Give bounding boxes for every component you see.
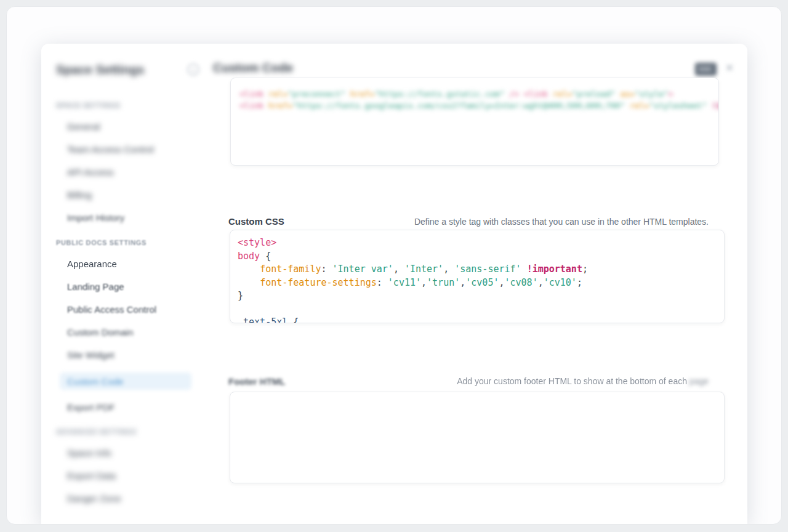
code-line: <link href="https://fonts.googleapis.com…	[239, 100, 710, 111]
sidebar-item-custom-domain[interactable]: Custom Domain	[67, 327, 134, 337]
code-line: body {	[238, 250, 724, 264]
esc-key-badge: ESC	[695, 63, 717, 76]
close-icon[interactable]: ✕	[725, 62, 734, 75]
code-line: <style>	[238, 236, 724, 250]
settings-modal: Space Settings SPACE SETTINGSGeneralTeam…	[41, 44, 747, 524]
code-line: }	[238, 289, 724, 303]
page-title: Custom Code	[213, 60, 293, 76]
sidebar-section: PUBLIC DOCS SETTINGSAppearanceLanding Pa…	[41, 238, 204, 413]
code-line: font-feature-settings: 'cv11','trun','cv…	[238, 276, 724, 290]
code-line: font-family: 'Inter var', 'Inter', 'sans…	[238, 263, 724, 276]
header-html-code-editor[interactable]: <link rel="preconnect" href="https://fon…	[230, 78, 719, 166]
code-line: <link rel="preconnect" href="https://fon…	[239, 88, 710, 100]
sidebar-item-custom-code[interactable]: Custom Code	[60, 373, 191, 390]
custom-css-label: Custom CSS	[228, 216, 284, 227]
sidebar-nav: SPACE SETTINGSGeneralTeam Access Control…	[41, 101, 204, 504]
sidebar-item-api-access[interactable]: API Access	[67, 167, 114, 177]
footer-html-description-tail: page	[690, 376, 709, 386]
sidebar-item-public-access-control[interactable]: Public Access Control	[67, 304, 156, 315]
sidebar-item-general[interactable]: General	[67, 121, 100, 132]
sidebar-item-team-access-control[interactable]: Team Access Control	[67, 144, 154, 155]
settings-window: Space Settings SPACE SETTINGSGeneralTeam…	[6, 6, 782, 525]
sidebar-item-import-history[interactable]: Import History	[67, 212, 124, 223]
code-line	[238, 303, 724, 316]
sidebar-section: ADVANCED SETTINGSSpace InfoExport DataDa…	[41, 427, 204, 504]
sidebar-item-export-pdf[interactable]: Export PDF	[67, 402, 115, 413]
sidebar-item-site-widget[interactable]: Site Widget	[67, 350, 115, 360]
sidebar-item-billing[interactable]: Billing	[67, 190, 92, 200]
sidebar-item-landing-page[interactable]: Landing Page	[67, 281, 124, 292]
footer-html-label: Footer HTML	[228, 376, 285, 387]
custom-css-description: Define a style tag with classes that you…	[414, 216, 709, 227]
sidebar-section-header: PUBLIC DOCS SETTINGS	[56, 238, 204, 248]
footer-html-description-main: Add your custom footer HTML to show at t…	[457, 376, 690, 386]
custom-css-code: <style>body { font-family: 'Inter var', …	[238, 236, 724, 323]
sidebar-item-danger-zone[interactable]: Danger Zone	[67, 493, 121, 504]
sidebar-collapse-icon[interactable]: ‹	[187, 63, 199, 76]
sidebar-item-export-data[interactable]: Export Data	[67, 470, 116, 481]
code-line: .text-5xl {	[238, 316, 724, 323]
sidebar-item-space-info[interactable]: Space Info	[67, 448, 111, 458]
sidebar-section: SPACE SETTINGSGeneralTeam Access Control…	[41, 101, 204, 223]
sidebar-item-appearance[interactable]: Appearance	[67, 259, 117, 269]
sidebar-title: Space Settings	[56, 62, 204, 78]
custom-css-code-editor[interactable]: <style>body { font-family: 'Inter var', …	[230, 230, 725, 323]
settings-sidebar: Space Settings SPACE SETTINGSGeneralTeam…	[41, 44, 204, 524]
footer-html-description: Add your custom footer HTML to show at t…	[457, 376, 709, 387]
footer-html-code-editor[interactable]: Save	[230, 392, 725, 483]
sidebar-section-header: ADVANCED SETTINGS	[56, 427, 204, 437]
sidebar-section-header: SPACE SETTINGS	[56, 101, 204, 110]
header-html-code: <link rel="preconnect" href="https://fon…	[239, 88, 710, 111]
